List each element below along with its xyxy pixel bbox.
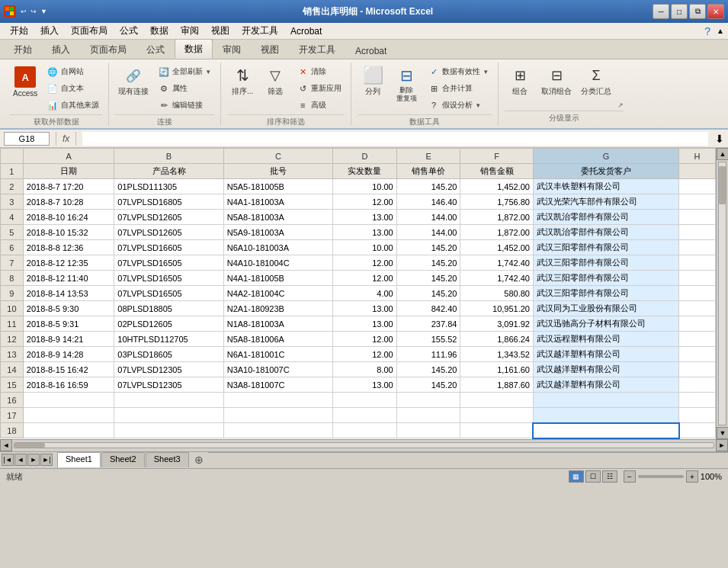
cell-G12[interactable]: 武汉远程塑料有限公司 <box>533 332 678 347</box>
row-number[interactable]: 16 <box>1 393 24 408</box>
cell-D16[interactable] <box>333 393 397 408</box>
cell-G14[interactable]: 武汉越洋塑料有限公司 <box>533 362 678 377</box>
cell-E10[interactable]: 842.40 <box>396 301 460 316</box>
cell-D4[interactable]: 13.00 <box>333 210 397 225</box>
cell-E16[interactable] <box>396 393 460 408</box>
row-number[interactable]: 2 <box>1 179 24 194</box>
cell-H3[interactable] <box>679 194 716 210</box>
tab-developer[interactable]: 开发工具 <box>289 40 345 59</box>
refresh-all-button[interactable]: 🔄 全部刷新 ▼ <box>155 64 214 79</box>
new-sheet-button[interactable]: ⊕ <box>190 452 208 467</box>
cell-H9[interactable] <box>679 286 716 301</box>
filter-button[interactable]: ▽ 筛选 <box>260 64 290 99</box>
redo-button[interactable]: ↪ <box>30 7 37 16</box>
cell-H14[interactable] <box>679 362 716 377</box>
cell-A10[interactable]: 2018-8-5 9:30 <box>23 301 114 316</box>
menu-acrobat[interactable]: Acrobat <box>284 24 328 38</box>
cell-H13[interactable] <box>679 347 716 362</box>
sheet-nav-next[interactable]: ► <box>27 454 40 466</box>
cell-G4[interactable]: 武汉凯治零部件有限公司 <box>533 210 678 225</box>
cell-F9[interactable]: 580.80 <box>460 286 534 301</box>
cell-E4[interactable]: 144.00 <box>396 210 460 225</box>
quick-access-dropdown[interactable]: ▼ <box>40 7 48 16</box>
cell-D3[interactable]: 12.00 <box>333 194 397 210</box>
cell-B12[interactable]: 10HTPLSD112705 <box>114 332 223 347</box>
row-number[interactable]: 17 <box>1 408 24 423</box>
cell-C2[interactable]: N5A5-181005B <box>223 179 332 194</box>
cell-D7[interactable]: 12.00 <box>333 255 397 271</box>
cell-F5[interactable]: 1,872.00 <box>460 225 534 240</box>
cell-E17[interactable] <box>396 408 460 423</box>
sheet-tab-2[interactable]: Sheet2 <box>101 452 145 467</box>
cell-A18[interactable] <box>23 423 114 438</box>
cell-E5[interactable]: 144.00 <box>396 225 460 240</box>
menu-start[interactable]: 开始 <box>4 23 34 39</box>
cell-F2[interactable]: 1,452.00 <box>460 179 534 194</box>
cell-A6[interactable]: 2018-8-8 12:36 <box>23 240 114 255</box>
formula-input[interactable] <box>82 132 708 146</box>
cell-H4[interactable] <box>679 210 716 225</box>
cell-H18[interactable] <box>679 423 716 438</box>
cell-B8[interactable]: 07LVPLSD16505 <box>114 271 223 286</box>
cell-D1[interactable]: 实发数量 <box>333 164 397 179</box>
cell-A8[interactable]: 2018-8-12 11:40 <box>23 271 114 286</box>
cell-A1[interactable]: 日期 <box>23 164 114 179</box>
cell-A7[interactable]: 2018-8-12 12:35 <box>23 255 114 271</box>
cell-C8[interactable]: N4A1-181005B <box>223 271 332 286</box>
cell-G1[interactable]: 委托发货客户 <box>533 164 678 179</box>
row-number[interactable]: 8 <box>1 271 24 286</box>
tab-start[interactable]: 开始 <box>4 40 42 59</box>
vertical-scrollbar[interactable]: ▲ ▼ <box>716 148 728 439</box>
cell-H16[interactable] <box>679 393 716 408</box>
cell-B6[interactable]: 07LVPLSD16605 <box>114 240 223 255</box>
cell-E15[interactable]: 145.20 <box>396 377 460 393</box>
cell-F11[interactable]: 3,091.92 <box>460 316 534 332</box>
cell-H17[interactable] <box>679 408 716 423</box>
split-button[interactable]: ⬜ 分列 <box>358 64 388 99</box>
maximize-button[interactable]: □ <box>671 4 688 19</box>
access-button[interactable]: A Access <box>10 64 40 100</box>
menu-data[interactable]: 数据 <box>144 23 175 39</box>
cell-D9[interactable]: 4.00 <box>333 286 397 301</box>
edit-links-button[interactable]: ✏ 编辑链接 <box>155 98 214 113</box>
horizontal-scrollbar[interactable]: ◄ ► <box>0 439 728 451</box>
row-number[interactable]: 4 <box>1 210 24 225</box>
cell-F10[interactable]: 10,951.20 <box>460 301 534 316</box>
sheet-nav-last[interactable]: ►| <box>40 454 53 466</box>
help-icon[interactable]: ? <box>704 25 710 37</box>
row-number[interactable]: 15 <box>1 377 24 393</box>
cell-F8[interactable]: 1,742.40 <box>460 271 534 286</box>
cell-G6[interactable]: 武汉三阳零部件有限公司 <box>533 240 678 255</box>
cell-C14[interactable]: N3A10-181007C <box>223 362 332 377</box>
cell-A5[interactable]: 2018-8-10 15:32 <box>23 225 114 240</box>
cell-C11[interactable]: N1A8-181003A <box>223 316 332 332</box>
col-header-d[interactable]: D <box>333 149 397 164</box>
cell-E3[interactable]: 146.40 <box>396 194 460 210</box>
row-number[interactable]: 13 <box>1 347 24 362</box>
row-number[interactable]: 1 <box>1 164 24 179</box>
consolidate-button[interactable]: ⊞ 合并计算 <box>425 81 492 96</box>
cell-C5[interactable]: N5A9-181003A <box>223 225 332 240</box>
page-break-view-button[interactable]: ☷ <box>602 470 617 483</box>
menu-developer[interactable]: 开发工具 <box>236 23 284 39</box>
cell-D13[interactable]: 12.00 <box>333 347 397 362</box>
minimize-button[interactable]: ─ <box>653 4 669 19</box>
cell-G10[interactable]: 武汉同为工业股份有限公司 <box>533 301 678 316</box>
cell-A17[interactable] <box>23 408 114 423</box>
cell-D18[interactable] <box>333 423 397 438</box>
scroll-up-button[interactable]: ▲ <box>717 148 728 160</box>
cell-G3[interactable]: 武汉光荣汽车部件有限公司 <box>533 194 678 210</box>
cell-H10[interactable] <box>679 301 716 316</box>
cell-D17[interactable] <box>333 408 397 423</box>
cell-H2[interactable] <box>679 179 716 194</box>
cell-C4[interactable]: N5A8-181003A <box>223 210 332 225</box>
cell-B4[interactable]: 07LVPLSD12605 <box>114 210 223 225</box>
row-number[interactable]: 14 <box>1 362 24 377</box>
cell-E14[interactable]: 145.20 <box>396 362 460 377</box>
cell-A9[interactable]: 2018-8-14 13:53 <box>23 286 114 301</box>
zoom-in-button[interactable]: + <box>686 470 698 483</box>
cell-E13[interactable]: 111.96 <box>396 347 460 362</box>
name-box[interactable] <box>4 132 50 146</box>
reapply-button[interactable]: ↺ 重新应用 <box>293 81 345 96</box>
cell-C13[interactable]: N6A1-181001C <box>223 347 332 362</box>
